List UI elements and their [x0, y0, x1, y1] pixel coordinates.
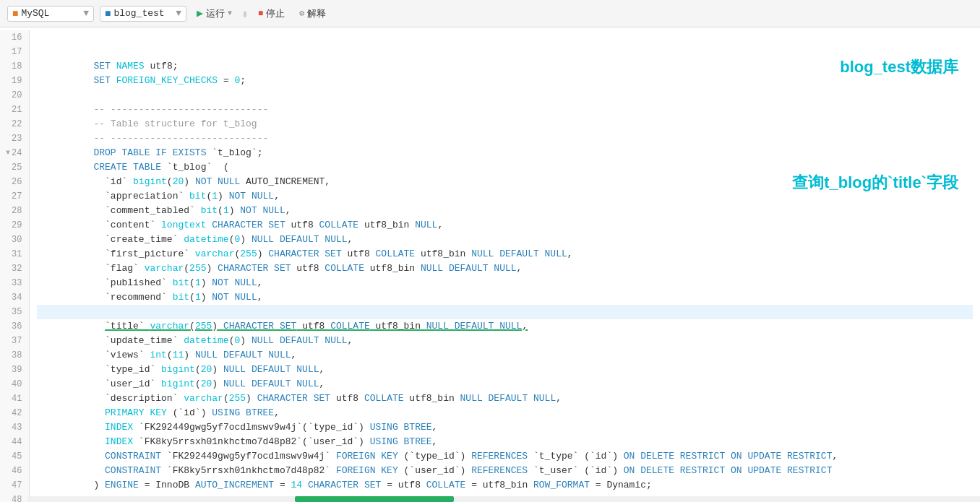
mysql-icon: ■ — [12, 8, 18, 20]
chevron-down-icon: ▼ — [83, 8, 89, 19]
ln-44: 44 — [6, 435, 22, 449]
code-line-24: CREATE TABLE `t_blog` ( — [37, 146, 973, 160]
db-type-label: MySQL — [21, 8, 49, 19]
code-line-29: `create_time` datetime(0) NULL DEFAULT N… — [37, 218, 973, 233]
code-line-39: `user_id` bigint(20) NULL DEFAULT NULL, — [37, 363, 973, 377]
code-line-46: ) ENGINE = InnoDB AUTO_INCREMENT = 14 CH… — [37, 464, 973, 478]
code-line-36: `update_time` datetime(0) NULL DEFAULT N… — [37, 319, 973, 334]
stop-button[interactable]: ■ 停止 — [254, 6, 289, 22]
ln-48: 48 — [6, 493, 22, 502]
code-line-22: -- ---------------------------- — [37, 117, 973, 131]
ln-37: 37 — [6, 334, 22, 348]
code-line-23: DROP TABLE IF EXISTS `t_blog`; — [37, 131, 973, 146]
ln-43: 43 — [6, 420, 22, 435]
ln-29: 29 — [6, 218, 22, 233]
code-line-42: INDEX `FK292449gwg5yf7ocdlmswv9w4j`(`typ… — [37, 406, 973, 420]
code-line-32: `published` bit(1) NOT NULL, — [37, 261, 973, 276]
horizontal-scrollbar[interactable] — [27, 496, 980, 502]
toolbar-separator-1: ▮ — [242, 8, 248, 20]
ln-27: 27 — [6, 189, 22, 204]
ln-28: 28 — [6, 204, 22, 218]
code-line-41: PRIMARY KEY (`id`) USING BTREE, — [37, 391, 973, 406]
db-name-label: blog_test — [113, 8, 164, 19]
code-line-34: `share_statement` bit(1) NOT NULL, — [37, 290, 973, 305]
ln-17: 17 — [6, 45, 22, 59]
ln-39: 39 — [6, 363, 22, 377]
annotation-title: 查询t_blog的`title`字段 — [792, 172, 958, 194]
code-line-18: SET FOREIGN_KEY_CHECKS = 0; — [37, 59, 973, 74]
toolbar: ■ MySQL ▼ ■ blog_test ▼ ▶ 运行 ▼ ▮ ■ 停止 ⚙ … — [0, 0, 980, 27]
ln-20: 20 — [6, 88, 22, 103]
code-line-38: `type_id` bigint(20) NULL DEFAULT NULL, — [37, 348, 973, 363]
scroll-thumb[interactable] — [295, 496, 454, 502]
code-line-17: SET NAMES utf8; — [37, 45, 973, 59]
ln-30: 30 — [6, 233, 22, 247]
ln-21: 21 — [6, 103, 22, 117]
ln-33: 33 — [6, 276, 22, 290]
ln-23: 23 — [6, 131, 22, 146]
code-line-40: `description` varchar(255) CHARACTER SET… — [37, 377, 973, 391]
run-dropdown-icon: ▼ — [228, 9, 232, 17]
run-icon: ▶ — [197, 7, 203, 20]
db-type-selector[interactable]: ■ MySQL ▼ — [7, 6, 94, 22]
ln-41: 41 — [6, 391, 22, 406]
chevron-down-icon-db: ▼ — [176, 8, 181, 19]
annotation-db: blog_test数据库 — [840, 56, 958, 78]
ln-46: 46 — [6, 464, 22, 478]
explain-icon: ⚙ — [299, 8, 304, 19]
ln-36: 36 — [6, 319, 22, 334]
code-line-37: `views` int(11) NULL DEFAULT NULL, — [37, 334, 973, 348]
code-editor[interactable]: 16 17 18 19 20 21 22 23 ▼24 25 26 27 28 … — [0, 27, 980, 502]
db-icon: ■ — [105, 8, 111, 20]
code-line-45: CONSTRAINT `FK8ky5rrsxh01nkhctmo7d48p82`… — [37, 449, 973, 464]
code-line-30: `first_picture` varchar(255) CHARACTER S… — [37, 233, 973, 247]
line-numbers: 16 17 18 19 20 21 22 23 ▼24 25 26 27 28 … — [0, 30, 30, 502]
ln-42: 42 — [6, 406, 22, 420]
ln-22: 22 — [6, 117, 22, 131]
ln-40: 40 — [6, 377, 22, 391]
code-line-35: `title` varchar(255) CHARACTER SET utf8 … — [37, 305, 973, 319]
run-button[interactable]: ▶ 运行 ▼ — [192, 5, 236, 22]
db-name-selector[interactable]: ■ blog_test ▼ — [100, 6, 186, 22]
explain-label: 解释 — [307, 7, 326, 20]
ln-32: 32 — [6, 261, 22, 276]
code-line-43: INDEX `FK8ky5rrsxh01nkhctmo7d48p82`(`use… — [37, 420, 973, 435]
main-area: 16 17 18 19 20 21 22 23 ▼24 25 26 27 28 … — [0, 27, 980, 502]
ln-18: 18 — [6, 59, 22, 74]
code-line-44: CONSTRAINT `FK292449gwg5yf7ocdlmswv9w4j`… — [37, 435, 973, 449]
code-lines-container: 16 17 18 19 20 21 22 23 ▼24 25 26 27 28 … — [0, 27, 980, 502]
ln-35: 35 — [6, 305, 22, 319]
code-line-21: -- Table structure for t_blog — [37, 103, 973, 117]
code-line-47 — [37, 478, 973, 493]
stop-icon: ■ — [258, 9, 263, 19]
explain-button[interactable]: ⚙ 解释 — [295, 6, 330, 22]
code-content: SET NAMES utf8; SET FOREIGN_KEY_CHECKS =… — [30, 30, 980, 502]
ln-16: 16 — [6, 30, 22, 45]
code-line-31: `flag` varchar(255) CHARACTER SET utf8 C… — [37, 247, 973, 261]
run-label: 运行 — [206, 7, 225, 20]
ln-31: 31 — [6, 247, 22, 261]
ln-38: 38 — [6, 348, 22, 363]
code-line-33: `recommend` bit(1) NOT NULL, — [37, 276, 973, 290]
ln-47: 47 — [6, 478, 22, 493]
code-line-19 — [37, 74, 973, 88]
ln-19: 19 — [6, 74, 22, 88]
ln-26: 26 — [6, 175, 22, 189]
ln-34: 34 — [6, 290, 22, 305]
code-line-16 — [37, 30, 973, 45]
code-line-20: -- ---------------------------- — [37, 88, 973, 103]
ln-24: ▼24 — [6, 146, 22, 160]
stop-label: 停止 — [266, 7, 285, 20]
code-line-28: `content` longtext CHARACTER SET utf8 CO… — [37, 204, 973, 218]
ln-45: 45 — [6, 449, 22, 464]
ln-25: 25 — [6, 160, 22, 175]
